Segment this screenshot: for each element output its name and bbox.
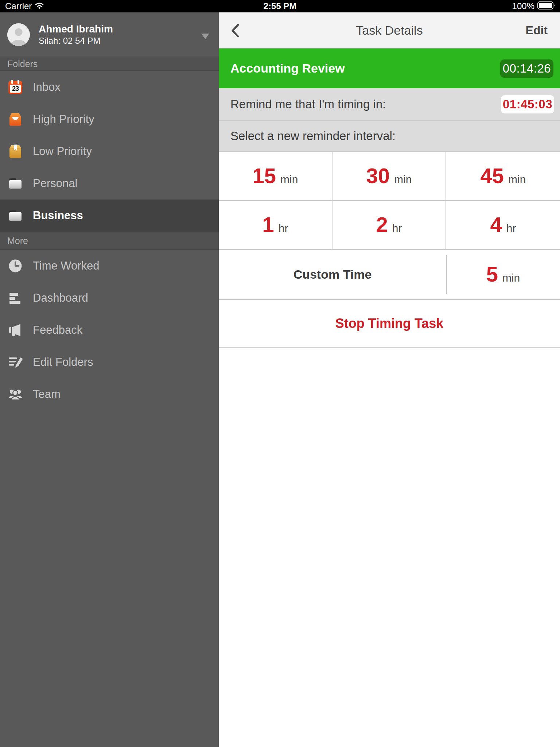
sidebar-item-time-worked[interactable]: Time Worked: [0, 250, 219, 282]
profile-name: Ahmed Ibrahim: [39, 23, 113, 35]
edit-button[interactable]: Edit: [526, 24, 548, 37]
sidebar-item-label: Team: [33, 388, 61, 401]
low-priority-box-icon: [7, 143, 23, 159]
section-header-folders: Folders: [0, 57, 219, 71]
sidebar-item-label: Inbox: [33, 81, 61, 94]
reminder-countdown-badge: 01:45:03: [501, 95, 554, 113]
interval-2-hr-button[interactable]: 2 hr: [332, 201, 446, 250]
interval-5-min-button[interactable]: 5 min: [446, 250, 560, 299]
page-title: Task Details: [219, 23, 560, 38]
sidebar-item-label: Time Worked: [33, 259, 100, 272]
sidebar-item-label: Dashboard: [33, 291, 88, 305]
sidebar-item-label: High Priority: [33, 113, 94, 126]
megaphone-icon: [7, 322, 23, 338]
sidebar-item-label: Feedback: [33, 324, 82, 337]
elapsed-timer-badge: 00:14:26: [500, 59, 553, 78]
task-name: Accounting Review: [230, 61, 345, 76]
sidebar-item-business[interactable]: Business: [0, 200, 219, 232]
sidebar-item-high-priority[interactable]: High Priority: [0, 103, 219, 135]
sidebar: Ahmed Ibrahim Silah: 02 54 PM Folders 23: [0, 12, 219, 747]
sidebar-item-feedback[interactable]: Feedback: [0, 314, 219, 346]
clock-icon: [7, 258, 23, 274]
nav-bar: Task Details Edit: [219, 12, 560, 49]
sidebar-item-personal[interactable]: Personal: [0, 167, 219, 200]
reminder-row: Remind me that I'm timing in: 01:45:03: [219, 88, 560, 121]
status-bar: Carrier 2:55 PM 100%: [0, 0, 560, 12]
profile-subtitle: Silah: 02 54 PM: [39, 35, 113, 46]
edit-pencil-icon: [7, 354, 23, 370]
sidebar-item-label: Low Priority: [33, 145, 92, 158]
interval-45-min-button[interactable]: 45 min: [446, 152, 560, 201]
folder-icon: [7, 208, 23, 224]
sidebar-item-team[interactable]: Team: [0, 378, 219, 410]
interval-prompt-row: Select a new reminder interval:: [219, 121, 560, 152]
people-icon: [7, 386, 23, 402]
profile-row[interactable]: Ahmed Ibrahim Silah: 02 54 PM: [0, 12, 219, 57]
section-header-more: More: [0, 232, 219, 250]
interval-15-min-button[interactable]: 15 min: [219, 152, 332, 201]
divider: [446, 255, 447, 294]
folder-icon: [7, 175, 23, 191]
battery-icon: [537, 1, 556, 11]
sidebar-item-label: Business: [33, 209, 83, 222]
stop-timing-row[interactable]: Stop Timing Task: [219, 300, 560, 348]
interval-prompt-label: Select a new reminder interval:: [230, 129, 396, 143]
sidebar-item-label: Edit Folders: [33, 356, 93, 369]
interval-4-hr-button[interactable]: 4 hr: [446, 201, 560, 250]
interval-30-min-button[interactable]: 30 min: [332, 152, 446, 201]
custom-time-button[interactable]: Custom Time: [219, 250, 446, 299]
sidebar-item-dashboard[interactable]: Dashboard: [0, 282, 219, 314]
high-priority-tray-icon: [7, 111, 23, 127]
chevron-down-icon[interactable]: [201, 34, 209, 39]
task-details-panel: Task Details Edit Accounting Review 00:1…: [219, 12, 560, 747]
status-time: 2:55 PM: [0, 1, 560, 11]
active-task-bar: Accounting Review 00:14:26: [219, 49, 560, 88]
stop-timing-task-button[interactable]: Stop Timing Task: [335, 316, 444, 331]
sidebar-item-edit-folders[interactable]: Edit Folders: [0, 346, 219, 378]
app-screen: Carrier 2:55 PM 100%: [0, 0, 560, 747]
custom-time-row: Custom Time 5 min: [219, 250, 560, 300]
interval-1-hr-button[interactable]: 1 hr: [219, 201, 332, 250]
calendar-icon: 23: [7, 79, 23, 95]
reminder-label: Remind me that I'm timing in:: [230, 97, 386, 111]
avatar: [7, 23, 30, 46]
sidebar-item-label: Personal: [33, 177, 77, 190]
sidebar-item-low-priority[interactable]: Low Priority: [0, 135, 219, 167]
interval-grid: 15 min 30 min 45 min 1 hr 2 hr 4 hr: [219, 152, 560, 250]
battery-percent-label: 100%: [512, 1, 534, 11]
sidebar-item-inbox[interactable]: 23 Inbox: [0, 71, 219, 103]
bar-chart-icon: [7, 290, 23, 306]
calendar-day-number: 23: [8, 85, 22, 93]
